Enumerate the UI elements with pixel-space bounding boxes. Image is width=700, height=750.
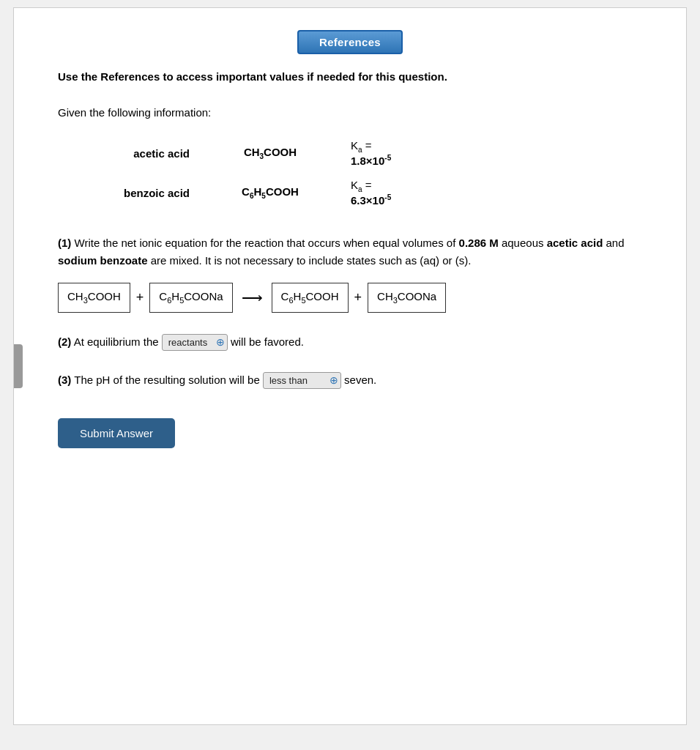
acetic-acid-formula: CH3COOH [204,133,336,173]
benzoic-acid-name: benzoic acid [58,173,204,212]
arrow-symbol: ⟶ [242,286,263,309]
references-section: References [58,30,642,54]
q2-suffix: will be favored. [231,335,304,348]
q1-number: (1) [58,237,71,249]
page-container: References Use the References to access … [13,7,687,725]
q2-prefix: At equilibrium the [74,335,162,348]
given-section: Given the following information: acetic … [58,106,642,212]
q1-text: Write the net ionic equation for the rea… [58,237,625,267]
reactant2-box: C6H5COONa [149,283,232,313]
q3-number: (3) [58,374,71,386]
benzoic-acid-ka: Ka = 6.3×10-5 [336,173,642,212]
given-title: Given the following information: [58,106,642,119]
references-button[interactable]: References [297,30,403,54]
acetic-acid-name: acetic acid [58,133,204,173]
q3-select-wrapper[interactable]: less than greater than equal to [263,371,341,389]
q2-select[interactable]: reactants products [162,334,228,351]
left-tab [14,344,23,388]
equation-area: CH3COOH + C6H5COONa ⟶ C6H5COOH + CH3COON… [58,283,642,313]
question-1-section: (1) Write the net ionic equation for the… [58,234,642,313]
reactant1-box: CH3COOH [58,283,130,313]
question-2-section: (2) At equilibrium the reactants product… [58,333,642,351]
instruction-text: Use the References to access important v… [58,69,642,84]
q3-suffix: seven. [344,374,376,386]
acetic-acid-ka: Ka = 1.8×10-5 [336,133,642,173]
plus2-symbol: + [354,287,362,308]
q2-number: (2) [58,335,71,348]
table-row: benzoic acid C6H5COOH Ka = 6.3×10-5 [58,173,642,212]
question-3-section: (3) The pH of the resulting solution wil… [58,371,642,389]
q3-prefix: The pH of the resulting solution will be [74,374,263,386]
q2-select-wrapper[interactable]: reactants products [162,333,228,351]
table-row: acetic acid CH3COOH Ka = 1.8×10-5 [58,133,642,173]
product2-box: CH3COONa [368,283,446,313]
q3-select[interactable]: less than greater than equal to [263,372,341,389]
plus1-symbol: + [136,287,144,308]
acid-table: acetic acid CH3COOH Ka = 1.8×10-5 benzoi… [58,133,642,212]
product1-box: C6H5COOH [272,283,349,313]
submit-section: Submit Answer [58,418,642,448]
benzoic-acid-formula: C6H5COOH [204,173,336,212]
submit-button[interactable]: Submit Answer [58,418,175,448]
